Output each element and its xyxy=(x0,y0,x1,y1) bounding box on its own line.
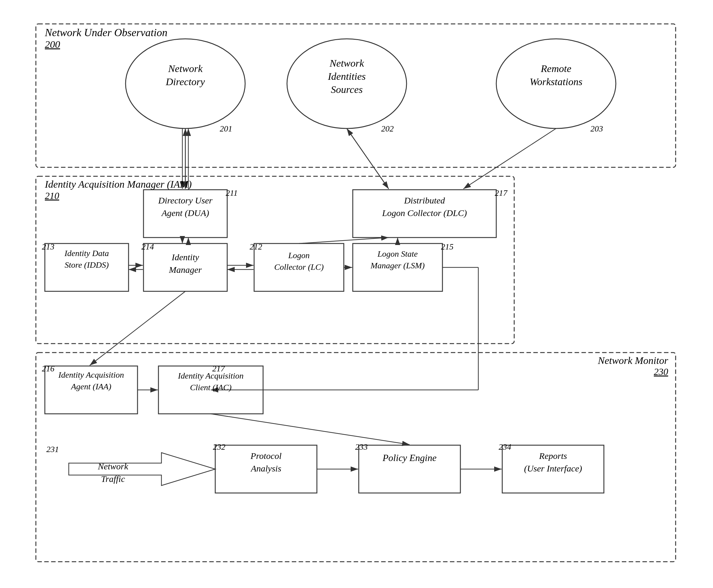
iam-label: Identity Acquisition Manager (IAM) 210 xyxy=(45,179,191,202)
lc-ref: 212 xyxy=(250,242,262,252)
svg-line-24 xyxy=(347,128,389,189)
im-label: IdentityManager xyxy=(146,251,224,276)
ni-ref: 202 xyxy=(381,124,394,133)
nm-label: Network Monitor 230 xyxy=(598,355,668,377)
nd-ref: 201 xyxy=(220,124,232,133)
svg-rect-17 xyxy=(359,445,461,493)
dlc-ref: 217 xyxy=(495,188,507,198)
pa-label: ProtocolAnalysis xyxy=(217,450,315,475)
svg-line-37 xyxy=(211,414,410,445)
dlc-label: DistributedLogon Collector (DLC) xyxy=(353,194,496,219)
idds-ref: 213 xyxy=(42,242,55,252)
iac-ref: 217 xyxy=(212,364,225,374)
iac-label: Identity AcquisitionClient (IAC) xyxy=(160,370,262,393)
idds-label: Identity DataStore (IDDS) xyxy=(45,247,128,271)
svg-line-23 xyxy=(347,128,389,189)
svg-rect-9 xyxy=(353,190,496,237)
nm-ref: 230 xyxy=(598,366,668,377)
network-directory-label: Network Directory xyxy=(128,62,242,88)
svg-rect-3 xyxy=(36,176,514,343)
svg-rect-12 xyxy=(254,244,344,291)
im-ref: 214 xyxy=(141,242,154,252)
network-traffic-label: NetworkTraffic xyxy=(71,460,155,485)
pe-ref: 233 xyxy=(355,442,368,452)
iaa-label: Identity AcquisitionAgent (IAA) xyxy=(46,369,136,392)
iaa-ref: 216 xyxy=(42,364,55,374)
svg-point-5 xyxy=(126,39,245,128)
dua-ref: 211 xyxy=(226,188,238,198)
svg-marker-38 xyxy=(69,453,215,485)
svg-rect-16 xyxy=(215,445,317,493)
pe-label: Policy Engine xyxy=(360,451,459,465)
svg-line-25 xyxy=(463,128,556,189)
svg-rect-10 xyxy=(45,244,128,291)
svg-rect-14 xyxy=(45,366,138,414)
remote-workstations-label: Remote Workstations xyxy=(499,62,613,88)
svg-line-35 xyxy=(90,291,185,365)
svg-point-6 xyxy=(287,39,407,128)
iam-ref: 210 xyxy=(45,190,59,201)
lsm-ref: 215 xyxy=(441,242,453,252)
svg-rect-11 xyxy=(143,244,227,291)
svg-rect-13 xyxy=(353,244,443,291)
nuo-ref: 200 xyxy=(45,39,60,50)
reports-ref: 234 xyxy=(498,442,511,452)
rw-ref: 203 xyxy=(590,124,603,133)
nt-ref: 231 xyxy=(46,445,59,454)
lsm-label: Logon StateManager (LSM) xyxy=(354,248,441,271)
lc-label: LogonCollector (LC) xyxy=(256,250,342,273)
svg-rect-15 xyxy=(159,366,263,414)
svg-line-32 xyxy=(299,237,389,244)
nuo-label: Network Under Observation 200 xyxy=(45,26,167,50)
reports-label: Reports(User Interface) xyxy=(504,450,603,475)
svg-rect-4 xyxy=(36,353,676,562)
svg-point-7 xyxy=(496,39,616,128)
network-identities-label: Network Identities Sources xyxy=(290,57,404,97)
svg-rect-18 xyxy=(502,445,604,493)
pa-ref: 232 xyxy=(213,442,225,452)
